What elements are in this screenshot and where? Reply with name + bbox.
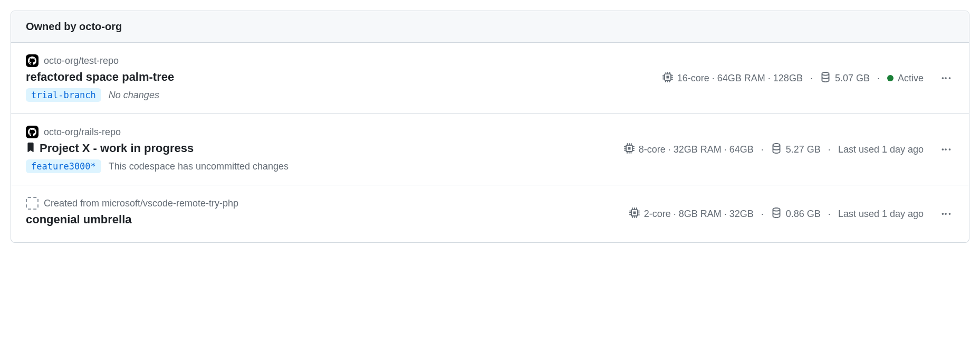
item-left: octo-org/rails-repoProject X - work in p… xyxy=(26,126,611,173)
specs-text: 16-core · 64GB RAM · 128GB xyxy=(677,73,803,84)
storage-used: 5.07 GB xyxy=(820,72,870,85)
panel-header: Owned by octo-org xyxy=(11,11,969,43)
branch-tag[interactable]: trial-branch xyxy=(26,88,101,102)
item-left: Created from microsoft/vscode-remote-try… xyxy=(26,197,617,231)
codespace-name[interactable]: congenial umbrella xyxy=(26,213,132,226)
repo-label[interactable]: Created from microsoft/vscode-remote-try… xyxy=(44,198,238,209)
actions-menu-button[interactable] xyxy=(937,70,954,87)
status-text: Last used 1 day ago xyxy=(838,144,924,155)
status: Active xyxy=(887,73,924,84)
bookmark-icon xyxy=(26,143,35,154)
cpu-icon xyxy=(662,72,673,85)
separator: · xyxy=(761,144,764,155)
name-line: congenial umbrella xyxy=(26,213,617,226)
specs-text: 2-core · 8GB RAM · 32GB xyxy=(644,209,754,220)
database-icon xyxy=(771,207,782,221)
changes-text: This codespace has uncommitted changes xyxy=(109,161,289,172)
repo-line: octo-org/test-repo xyxy=(26,54,650,67)
name-line: refactored space palm-tree xyxy=(26,70,650,84)
changes-text: No changes xyxy=(109,90,159,101)
separator: · xyxy=(828,209,831,220)
template-icon xyxy=(26,197,39,210)
storage-text: 5.27 GB xyxy=(786,144,821,155)
repo-line: octo-org/rails-repo xyxy=(26,126,611,138)
actions-menu-button[interactable] xyxy=(937,205,954,222)
item-left: octo-org/test-reporefactored space palm-… xyxy=(26,54,650,102)
database-icon xyxy=(820,72,831,85)
branch-line: trial-branchNo changes xyxy=(26,88,650,102)
separator: · xyxy=(828,144,831,155)
branch-tag[interactable]: feature3000* xyxy=(26,159,101,173)
status-text: Last used 1 day ago xyxy=(838,209,924,220)
status-text: Active xyxy=(898,73,924,84)
codespace-item: octo-org/test-reporefactored space palm-… xyxy=(11,43,969,114)
storage-text: 5.07 GB xyxy=(835,73,870,84)
storage-used: 5.27 GB xyxy=(771,143,821,156)
machine-specs[interactable]: 2-core · 8GB RAM · 32GB xyxy=(629,207,754,221)
codespace-item: octo-org/rails-repoProject X - work in p… xyxy=(11,114,969,185)
separator: · xyxy=(761,209,764,220)
branch-line: feature3000*This codespace has uncommitt… xyxy=(26,159,611,173)
separator: · xyxy=(810,73,813,84)
specs-text: 8-core · 32GB RAM · 64GB xyxy=(639,144,754,155)
github-icon xyxy=(26,126,39,138)
separator: · xyxy=(877,73,880,84)
database-icon xyxy=(771,143,782,156)
machine-specs[interactable]: 8-core · 32GB RAM · 64GB xyxy=(624,143,754,156)
item-right: 16-core · 64GB RAM · 128GB·5.07 GB·Activ… xyxy=(662,70,954,87)
status-dot-icon xyxy=(887,75,893,81)
status: Last used 1 day ago xyxy=(838,209,924,220)
cpu-icon xyxy=(629,207,640,221)
codespace-name[interactable]: refactored space palm-tree xyxy=(26,70,174,84)
codespaces-panel: Owned by octo-org octo-org/test-reporefa… xyxy=(11,11,969,243)
name-line: Project X - work in progress xyxy=(26,141,611,155)
codespaces-list: octo-org/test-reporefactored space palm-… xyxy=(11,43,969,242)
cpu-icon xyxy=(624,143,635,156)
codespace-name[interactable]: Project X - work in progress xyxy=(40,141,194,155)
repo-label[interactable]: octo-org/test-repo xyxy=(44,55,119,67)
repo-label[interactable]: octo-org/rails-repo xyxy=(44,127,121,138)
machine-specs[interactable]: 16-core · 64GB RAM · 128GB xyxy=(662,72,803,85)
item-right: 8-core · 32GB RAM · 64GB·5.27 GB·Last us… xyxy=(624,141,954,158)
codespace-item: Created from microsoft/vscode-remote-try… xyxy=(11,185,969,242)
storage-text: 0.86 GB xyxy=(786,209,821,220)
github-icon xyxy=(26,54,39,67)
item-right: 2-core · 8GB RAM · 32GB·0.86 GB·Last use… xyxy=(629,205,954,222)
storage-used: 0.86 GB xyxy=(771,207,821,221)
actions-menu-button[interactable] xyxy=(937,141,954,158)
repo-line: Created from microsoft/vscode-remote-try… xyxy=(26,197,617,210)
status: Last used 1 day ago xyxy=(838,144,924,155)
